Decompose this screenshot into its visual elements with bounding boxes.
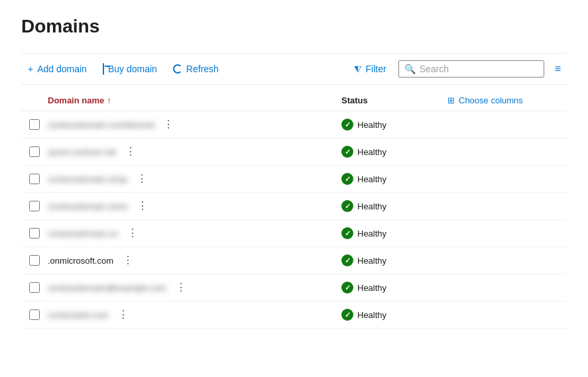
filter-button[interactable]: ⧨ Filter: [347, 60, 393, 79]
domain-cell: contosodot.com⋮: [48, 308, 341, 321]
choose-columns-button[interactable]: ⊞ Choose columns: [447, 95, 567, 105]
domain-text: contosodot.com: [48, 310, 109, 320]
refresh-icon: [173, 64, 182, 74]
status-cell: Healthy: [341, 146, 447, 158]
row-checkbox[interactable]: [29, 119, 40, 130]
status-cell: Healthy: [341, 173, 447, 185]
row-checkbox[interactable]: [29, 255, 40, 266]
header-domain-name[interactable]: Domain name ↑: [48, 95, 341, 105]
table-row: contosodomain.store⋮Healthy: [21, 193, 567, 220]
healthy-icon: [341, 200, 353, 212]
domain-text: contosodomain.shop: [48, 174, 127, 184]
domain-cell: contosodomain.store⋮: [48, 199, 341, 213]
table-header: Domain name ↑ Status ⊞ Choose columns: [21, 90, 567, 111]
healthy-icon: [341, 254, 353, 266]
refresh-button[interactable]: Refresh: [166, 60, 225, 78]
domain-text: .onmicrosoft.com: [48, 256, 113, 266]
table-row: .onmicrosoft.com⋮Healthy: [21, 247, 567, 274]
toolbar-left: + Add domain Buy domain Refresh: [21, 60, 347, 78]
domain-text: contosodomain.co: [48, 229, 118, 239]
checkbox-cell: [21, 174, 48, 184]
domain-cell: azure.contoso.net⋮: [48, 145, 341, 158]
healthy-icon: [341, 282, 353, 294]
checkbox-cell: [21, 282, 48, 293]
choose-columns-label: Choose columns: [459, 95, 523, 105]
table-body: contosodomain.com/blurred⋮Healthyazure.c…: [21, 111, 567, 329]
status-label: Healthy: [357, 120, 386, 130]
hamburger-icon: ≡: [555, 63, 561, 75]
row-checkbox[interactable]: [29, 201, 40, 211]
row-more-button[interactable]: ⋮: [133, 172, 151, 186]
row-checkbox[interactable]: [29, 174, 40, 184]
card-icon: [103, 64, 104, 74]
row-more-button[interactable]: ⋮: [172, 281, 190, 294]
status-label: Healthy: [357, 147, 386, 157]
table-row: contosodomain.shop⋮Healthy: [21, 166, 567, 193]
domain-cell: .onmicrosoft.com⋮: [48, 254, 341, 267]
status-cell: Healthy: [341, 282, 447, 294]
domain-text: contosodomain.com/blurred: [48, 120, 154, 130]
row-more-button[interactable]: ⋮: [121, 145, 140, 158]
row-checkbox[interactable]: [29, 282, 40, 293]
table-row: contosodomain.co⋮Healthy: [21, 220, 567, 247]
row-checkbox[interactable]: [29, 309, 40, 320]
row-checkbox[interactable]: [29, 228, 40, 239]
table-row: contosodomain.com/blurred⋮Healthy: [21, 111, 567, 138]
domain-cell: contosodomain@example.com⋮: [48, 281, 341, 294]
row-checkbox[interactable]: [29, 146, 40, 157]
domain-cell: contosodomain.shop⋮: [48, 172, 341, 186]
menu-icon-button[interactable]: ≡: [550, 59, 567, 79]
checkbox-cell: [21, 228, 48, 239]
status-cell: Healthy: [341, 309, 447, 321]
columns-icon: ⊞: [447, 95, 455, 105]
buy-domain-button[interactable]: Buy domain: [96, 60, 164, 78]
row-more-button[interactable]: ⋮: [159, 118, 178, 131]
row-more-button[interactable]: ⋮: [119, 254, 137, 267]
domain-cell: contosodomain.co⋮: [48, 227, 341, 240]
table-row: azure.contoso.net⋮Healthy: [21, 138, 567, 166]
status-cell: Healthy: [341, 254, 447, 266]
status-label: Healthy: [357, 229, 386, 239]
sort-icon: ↑: [107, 95, 111, 105]
page-title: Domains: [21, 16, 567, 37]
status-label: Healthy: [357, 310, 386, 320]
toolbar: + Add domain Buy domain Refresh ⧨ Filter…: [21, 53, 567, 85]
domain-text: contosodomain.store: [48, 201, 128, 211]
header-status: Status: [341, 95, 447, 105]
buy-domain-label: Buy domain: [108, 64, 157, 74]
domains-table: Domain name ↑ Status ⊞ Choose columns co…: [21, 90, 567, 329]
status-cell: Healthy: [341, 227, 447, 239]
domain-cell: contosodomain.com/blurred⋮: [48, 118, 341, 131]
domain-name-label: Domain name: [48, 95, 104, 105]
healthy-icon: [341, 146, 353, 158]
domain-text: azure.contoso.net: [48, 147, 116, 157]
healthy-icon: [341, 309, 353, 321]
healthy-icon: [341, 227, 353, 239]
search-icon: 🔍: [404, 64, 416, 74]
status-label: Healthy: [357, 256, 386, 266]
status-label: Healthy: [357, 174, 386, 184]
filter-icon: ⧨: [354, 64, 362, 75]
healthy-icon: [341, 173, 353, 185]
row-more-button[interactable]: ⋮: [123, 227, 142, 240]
status-cell: Healthy: [341, 200, 447, 212]
checkbox-cell: [21, 255, 48, 266]
plus-icon: +: [28, 64, 33, 74]
checkbox-cell: [21, 119, 48, 130]
checkbox-cell: [21, 309, 48, 320]
healthy-icon: [341, 119, 353, 131]
domain-text: contosodomain@example.com: [48, 283, 166, 293]
refresh-label: Refresh: [186, 64, 219, 74]
table-row: contosodot.com⋮Healthy: [21, 301, 567, 329]
add-domain-label: Add domain: [37, 64, 87, 74]
table-row: contosodomain@example.com⋮Healthy: [21, 274, 567, 301]
row-more-button[interactable]: ⋮: [114, 308, 133, 321]
status-cell: Healthy: [341, 119, 447, 131]
filter-label: Filter: [366, 64, 386, 74]
row-more-button[interactable]: ⋮: [133, 199, 152, 213]
search-input[interactable]: [420, 64, 538, 74]
status-label: Healthy: [357, 201, 386, 211]
search-box: 🔍: [398, 60, 544, 78]
add-domain-button[interactable]: + Add domain: [21, 60, 93, 78]
checkbox-cell: [21, 146, 48, 157]
